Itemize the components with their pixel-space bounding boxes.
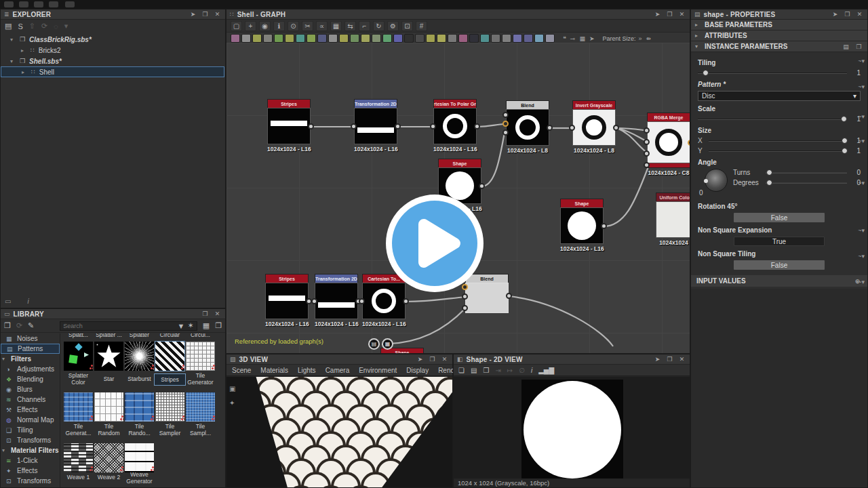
input-port[interactable] xyxy=(644,162,650,168)
graph-tool-icon[interactable]: ▢ xyxy=(231,21,242,31)
float-icon[interactable]: ❐ xyxy=(665,356,674,363)
edit-icon[interactable]: ✎ xyxy=(28,321,34,330)
graph-tool-icon[interactable]: ⊡ xyxy=(401,21,413,31)
view2d-viewport[interactable] xyxy=(454,377,690,479)
category-mf-effects[interactable]: ✦Effects xyxy=(1,466,60,476)
node-create-icon[interactable] xyxy=(458,34,468,43)
node-create-icon[interactable] xyxy=(252,34,262,43)
thumb-starburst[interactable] xyxy=(125,342,154,371)
output-port[interactable] xyxy=(403,298,409,304)
category-transforms[interactable]: ⊡Transforms xyxy=(1,435,60,445)
input-port[interactable] xyxy=(502,129,509,136)
node-create-icon[interactable] xyxy=(241,34,251,43)
node-create-icon[interactable] xyxy=(426,34,435,43)
category-1-click[interactable]: ≅1-Click xyxy=(1,455,60,466)
thumb-star[interactable] xyxy=(94,342,123,371)
input-port[interactable] xyxy=(502,112,509,118)
graph-node-rgba-merge[interactable]: RGBA Merge 1024x1024 - C8 xyxy=(647,113,690,176)
node-create-icon[interactable] xyxy=(534,34,544,43)
view3d-viewport[interactable]: ▣ ✦ xyxy=(226,377,452,487)
category-effects[interactable]: ⚒Effects xyxy=(1,405,60,415)
size-y-slider[interactable]: Y 1 xyxy=(698,147,861,155)
pin-icon[interactable]: ➤ xyxy=(653,356,662,363)
float-icon[interactable]: ❐ xyxy=(665,11,674,18)
thumb-weave-generator[interactable] xyxy=(125,443,154,472)
output-port-highlight[interactable] xyxy=(688,140,690,146)
node-create-icon[interactable] xyxy=(274,34,283,43)
float-icon[interactable]: ❐ xyxy=(201,310,210,317)
output-port[interactable] xyxy=(506,293,512,299)
function-icon[interactable]: ~▾ xyxy=(858,227,865,234)
category-filters[interactable]: ▾Filters xyxy=(1,354,60,364)
input-port[interactable] xyxy=(430,123,436,129)
graph-tool-icon[interactable]: ⌐ xyxy=(359,21,370,31)
input-port[interactable] xyxy=(462,293,468,300)
node-create-icon[interactable] xyxy=(469,34,479,43)
input-port[interactable] xyxy=(644,139,650,145)
category-blending[interactable]: ❖Blending xyxy=(1,374,60,384)
graph-tool-icon[interactable]: # xyxy=(416,21,427,31)
link-icon[interactable]: ⊸ xyxy=(569,35,577,42)
filter-icon[interactable]: ▼ xyxy=(178,322,185,330)
menu-camera[interactable]: Camera xyxy=(326,367,350,374)
output-port[interactable] xyxy=(601,223,607,229)
chevrons-icon[interactable]: » xyxy=(637,35,643,42)
video-play-button[interactable] xyxy=(386,195,484,292)
thumb-weave-2[interactable] xyxy=(94,443,123,472)
section-instance-parameters[interactable]: ▾INSTANCE PARAMETERS ▤ ❐ xyxy=(691,41,867,52)
thumb-tile-generat[interactable] xyxy=(64,392,93,422)
size-x-slider[interactable]: X 1 xyxy=(698,137,861,144)
node-create-icon[interactable] xyxy=(317,34,327,43)
node-create-icon[interactable] xyxy=(415,34,425,43)
grid-view-icon[interactable]: ▦ xyxy=(203,321,210,330)
tree-item-shell-selected[interactable]: ▸ ∷ Shell xyxy=(1,66,224,77)
scale-slider[interactable]: 1 xyxy=(698,115,861,123)
input-port[interactable] xyxy=(569,125,575,131)
non-square-tiling-toggle[interactable]: False xyxy=(734,260,825,270)
float-icon[interactable]: ❐ xyxy=(201,11,210,18)
thumb-tile-sampl[interactable] xyxy=(186,392,215,422)
graph-tool-icon[interactable]: ⚙ xyxy=(387,21,399,31)
star-filter-icon[interactable]: ✶ xyxy=(188,321,194,330)
chevron-down-icon[interactable]: ▾ xyxy=(64,22,68,30)
link-out-icon[interactable]: ↦ xyxy=(507,367,513,374)
output-port[interactable] xyxy=(308,123,314,129)
input-port[interactable] xyxy=(311,298,317,304)
input-port-highlight[interactable] xyxy=(502,121,509,127)
category-mf-blending[interactable]: ❖Blending xyxy=(1,486,60,487)
thumb-tile-sampler[interactable] xyxy=(155,392,184,422)
graph-tool-icon[interactable]: ▦ xyxy=(330,21,342,31)
arrows-icon[interactable]: ⇻ xyxy=(645,35,653,42)
node-create-icon[interactable] xyxy=(307,34,316,43)
node-create-icon[interactable] xyxy=(502,34,511,43)
node-create-icon[interactable] xyxy=(513,34,522,43)
node-create-icon[interactable] xyxy=(404,34,414,43)
external-icon[interactable]: ❐ xyxy=(215,321,222,330)
library-search[interactable]: ▼ ✶ xyxy=(60,321,197,331)
angle-dial[interactable] xyxy=(705,169,728,192)
preset-icon[interactable]: ▤ xyxy=(842,43,850,50)
publish-icon[interactable]: ⇧ xyxy=(29,22,35,30)
input-port[interactable] xyxy=(351,123,357,129)
comment-icon[interactable]: ❝ xyxy=(561,35,568,42)
menu-display[interactable]: Display xyxy=(406,367,429,374)
node-create-icon[interactable] xyxy=(285,34,294,43)
graph-node-invert-grayscale[interactable]: Invert Grayscale 1024x1024 - L8 xyxy=(572,100,616,154)
menu-lights[interactable]: Lights xyxy=(298,367,316,374)
node-create-icon[interactable] xyxy=(339,34,349,43)
category-channels[interactable]: ≋Channels xyxy=(1,394,60,405)
function-icon[interactable]: ~▾ xyxy=(858,83,865,90)
search-input[interactable] xyxy=(63,323,174,329)
close-icon[interactable]: ✕ xyxy=(677,11,686,18)
info-icon[interactable]: i xyxy=(27,298,28,305)
tiling-slider[interactable]: 1 xyxy=(698,69,861,77)
thumb-tile-generator[interactable] xyxy=(186,342,215,371)
graph-tool-icon[interactable]: ◉ xyxy=(259,21,271,31)
input-port[interactable] xyxy=(644,150,650,157)
angle-degrees-slider[interactable]: Degrees 0 xyxy=(733,179,861,186)
category-tiling[interactable]: ❑Tiling xyxy=(1,425,60,435)
thumb-weave-1[interactable] xyxy=(64,443,93,472)
chevron-right-icon[interactable]: ▸ xyxy=(22,69,27,75)
clear-icon[interactable]: ∅ xyxy=(519,367,525,374)
category-adjustments[interactable]: ◑Adjustments xyxy=(1,364,60,374)
